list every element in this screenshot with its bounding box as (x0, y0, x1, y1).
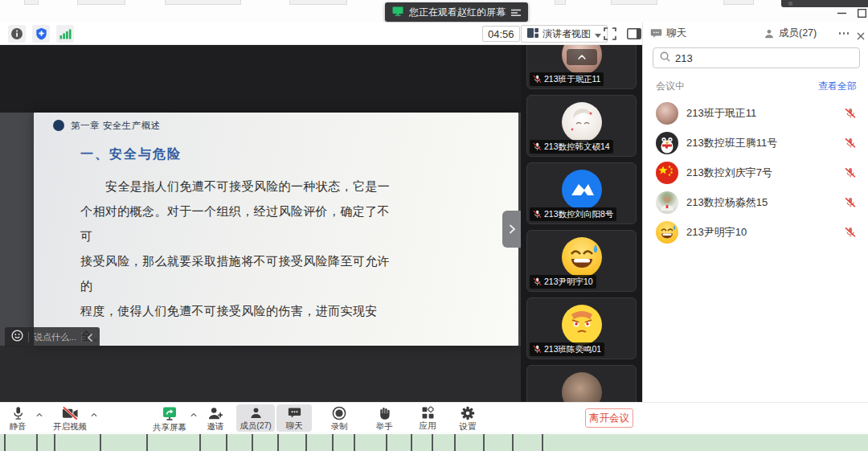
background-window-fragment (555, 0, 566, 5)
mic-muted-icon[interactable] (845, 167, 856, 178)
share-screen-icon (162, 406, 178, 421)
mic-muted-icon[interactable] (845, 137, 856, 149)
video-tile[interactable]: 213数控韩文硕14 (526, 95, 637, 157)
members-label: 成员(27) (240, 420, 272, 432)
member-section-row: 会议中 查看全部 (643, 80, 868, 93)
mic-muted-icon[interactable] (845, 108, 856, 119)
leave-meeting-button[interactable]: 离开会议 (585, 408, 633, 428)
more-options-button[interactable] (839, 32, 850, 35)
mic-muted-icon (533, 142, 542, 151)
video-strip-expand-handle[interactable] (502, 211, 522, 248)
mic-muted-icon[interactable] (845, 227, 856, 238)
side-panel-toggle-button[interactable] (626, 27, 642, 40)
avatar (656, 162, 678, 184)
invite-button[interactable]: 邀请 (198, 404, 233, 432)
quick-chat-bar[interactable]: 说点什么... (5, 327, 100, 347)
taskbar-tick (432, 434, 433, 451)
participant-name-badge: 213数控刘向阳8号 (530, 207, 616, 221)
video-tile[interactable]: 213数控刘向阳8号 (526, 162, 637, 224)
fullscreen-button[interactable] (603, 27, 617, 41)
member-row[interactable]: 213数控刘庆宇7号 (643, 158, 868, 187)
taskbar-tick (199, 434, 201, 451)
member-row[interactable]: 213数控杨淼然15 (643, 187, 868, 217)
settings-button[interactable]: 设置 (450, 404, 485, 432)
speaker-view-icon (527, 27, 538, 41)
record-button[interactable]: 录制 (321, 404, 357, 432)
search-input[interactable] (675, 52, 853, 64)
body-line: 个相对的概念。对于一个组织，经过风险评价，确定了不可 (80, 199, 402, 248)
view-mode-button[interactable]: 演讲者视图 (521, 25, 608, 43)
members-tab-label: 成员(27) (779, 27, 817, 40)
video-tile[interactable]: 213班陈奕鸣01 (526, 297, 637, 359)
members-button[interactable]: 成员(27) (236, 404, 275, 432)
close-panel-button[interactable] (857, 29, 865, 43)
window-minimize-button[interactable] (834, 6, 849, 19)
divider (81, 332, 82, 342)
chat-button[interactable]: 聊天 (276, 404, 312, 432)
meeting-info-button[interactable] (8, 25, 26, 43)
record-icon (332, 406, 346, 420)
emoji-smiley-icon[interactable] (11, 330, 23, 345)
video-tile[interactable]: 213班于珉正11 (526, 45, 637, 89)
quick-chat-placeholder[interactable]: 说点什么... (34, 331, 76, 343)
member-search-box[interactable] (653, 47, 860, 68)
member-name: 213尹明宇10 (686, 225, 845, 240)
member-name: 213数控刘庆宇7号 (686, 166, 845, 180)
banner-menu-icon[interactable] (511, 5, 521, 19)
background-window-fragment (611, 0, 657, 5)
corner-overlay-dot (788, 2, 792, 6)
window-maximize-button[interactable] (854, 6, 868, 19)
shared-screen-bottom-band (0, 346, 521, 402)
screen-watching-banner: 您正在观看赵红的屏幕 (385, 2, 528, 22)
taskbar-tick (100, 434, 101, 451)
desktop-top-strip: 您正在观看赵红的屏幕 (0, 0, 868, 23)
taskbar-tick (542, 434, 543, 451)
taskbar-tick (54, 434, 55, 451)
meeting-app-window: 您正在观看赵红的屏幕 04:56 演讲者视图 (0, 0, 868, 451)
participant-name-badge: 213数控韩文硕14 (530, 140, 613, 154)
tab-members[interactable]: 成员(27) (764, 23, 817, 44)
microphone-icon (11, 406, 25, 420)
security-shield-icon[interactable] (32, 25, 50, 43)
meeting-toolbar: 04:56 演讲者视图 聊天 成员(27) (0, 23, 868, 45)
view-mode-label: 演讲者视图 (542, 27, 591, 41)
avatar (562, 102, 602, 142)
camera-off-icon (62, 406, 79, 420)
taskbar-tick (483, 434, 485, 451)
collapse-strip-button[interactable] (567, 49, 597, 65)
mic-muted-icon[interactable] (845, 197, 856, 208)
video-tile[interactable]: 213尹明宇10 (526, 230, 637, 292)
desktop-taskbar-strip (0, 432, 868, 451)
tab-chat[interactable]: 聊天 (650, 23, 686, 44)
chat-icon (288, 406, 301, 420)
participant-name: 213尹明宇10 (544, 277, 593, 288)
apps-button[interactable]: 应用 (410, 404, 445, 432)
settings-label: 设置 (460, 421, 477, 433)
avatar (656, 132, 678, 154)
screen-share-icon (392, 5, 403, 19)
member-row[interactable]: 213尹明宇10 (643, 217, 868, 247)
shared-document: 第一章 安全生产概述 一、安全与危险 安全是指人们免遭不可接受风险的一种状态，它… (34, 113, 518, 346)
member-name: 213数控班王腾11号 (686, 136, 845, 150)
mute-options-chevron[interactable] (34, 409, 45, 420)
view-all-link[interactable]: 查看全部 (818, 80, 857, 93)
video-tile[interactable] (526, 365, 637, 402)
chat-label: 聊天 (286, 420, 303, 432)
raise-hand-button[interactable]: 举手 (366, 404, 402, 432)
participant-name: 213班于珉正11 (544, 74, 600, 85)
chapter-title: 第一章 安全生产概述 (71, 120, 161, 132)
member-row[interactable]: 213数控班王腾11号 (643, 128, 868, 158)
avatar (562, 372, 602, 402)
network-signal-icon[interactable] (56, 25, 74, 43)
mic-muted-icon (533, 75, 542, 84)
collapse-left-icon[interactable] (87, 330, 93, 345)
taskbar-tick (277, 434, 279, 451)
meeting-timer: 04:56 (482, 26, 520, 42)
start-video-button[interactable]: 开启视频 (50, 404, 90, 432)
taskbar-tick (386, 434, 387, 451)
video-options-chevron[interactable] (88, 409, 100, 420)
avatar (656, 191, 678, 214)
share-screen-button[interactable]: 共享屏幕 (149, 404, 190, 432)
member-row[interactable]: 213班于珉正11 (643, 98, 868, 128)
mute-button[interactable]: 静音 (0, 404, 35, 432)
